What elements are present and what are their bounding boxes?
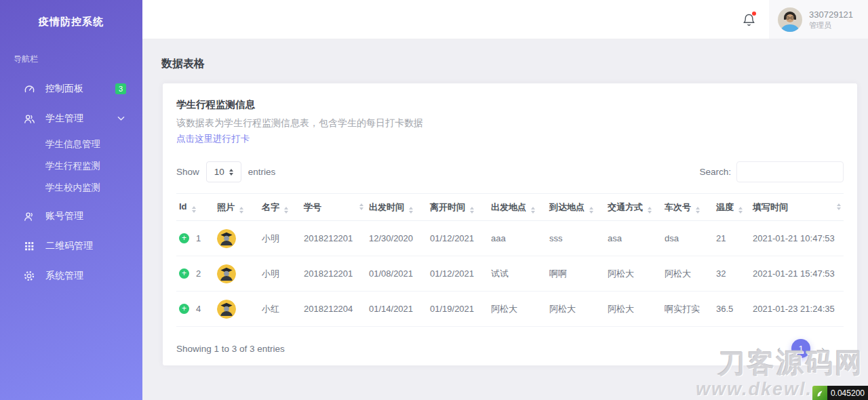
student-photo[interactable] <box>217 300 236 319</box>
cell-leave-date: 01/12/2021 <box>427 221 488 256</box>
cell-filled-at: 2021-01-21 15:47:53 <box>750 256 844 292</box>
sidebar-subitem-student-campus[interactable]: 学生校内监测 <box>0 177 142 199</box>
data-table: Id 照片 名字 学号 出发时间 离开时间 出发地点 到达地点 交通方式 车次号… <box>176 193 844 327</box>
column-header-name[interactable]: 名字 <box>259 194 301 221</box>
page-1-button[interactable]: 1 <box>791 339 810 358</box>
sidebar-item-label: 学生管理 <box>45 113 83 125</box>
card-title: 学生行程监测信息 <box>176 98 844 111</box>
app-title: 疫情防控系统 <box>0 0 142 28</box>
column-header-photo[interactable]: 照片 <box>214 194 259 221</box>
user-profile[interactable]: 330729121 管理员 <box>769 0 868 39</box>
sidebar-item-account-mgmt[interactable]: 账号管理 <box>0 201 142 231</box>
debug-trace-badge[interactable]: 0.045200 <box>812 386 868 400</box>
cell-from: aaa <box>488 221 547 256</box>
notification-dot <box>752 12 756 16</box>
cell-filled-at: 2021-01-23 21:24:35 <box>750 292 844 327</box>
cell-student-no: 2018212204 <box>301 292 366 327</box>
gauge-icon <box>22 82 36 96</box>
data-table-card: 学生行程监测信息 该数据表为学生行程监测信息表，包含学生的每日打卡数据 点击这里… <box>163 83 857 365</box>
nav-section-label: 导航栏 <box>14 54 142 65</box>
user-icon <box>22 209 36 223</box>
table-row: +4 小红 2018212204 01/14/2021 01/19/2021 阿… <box>176 292 844 327</box>
student-photo[interactable] <box>217 229 236 248</box>
cell-name: 小红 <box>259 292 301 327</box>
sidebar-item-student-mgmt[interactable]: 学生管理 <box>0 104 142 134</box>
cell-transport: 阿松大 <box>605 256 662 292</box>
dashboard-badge: 3 <box>115 83 126 94</box>
cell-filled-at: 2021-01-21 10:47:53 <box>750 221 844 256</box>
pagination: ‹ 1 › <box>777 339 825 358</box>
sort-icon <box>284 207 288 214</box>
cell-transport: 阿松大 <box>605 292 662 327</box>
page-size-select[interactable]: 10 <box>206 161 241 182</box>
sort-icon <box>409 207 413 214</box>
avatar <box>778 7 802 32</box>
expand-row-button[interactable]: + <box>179 268 189 279</box>
next-page-button[interactable]: › <box>821 343 825 355</box>
expand-row-button[interactable]: + <box>179 233 189 243</box>
show-label: Show <box>176 167 199 177</box>
sort-icon <box>192 206 196 213</box>
sidebar-subitem-student-info[interactable]: 学生信息管理 <box>0 134 142 155</box>
sort-icon <box>648 207 652 214</box>
column-header-train-no[interactable]: 车次号 <box>662 194 713 221</box>
notification-bell-icon[interactable] <box>742 12 757 28</box>
column-header-temperature[interactable]: 温度 <box>713 194 750 221</box>
sidebar-item-dashboard[interactable]: 控制面板 3 <box>0 74 142 104</box>
leaf-icon <box>812 386 827 400</box>
sort-icon <box>696 207 700 214</box>
prev-page-button[interactable]: ‹ <box>777 343 781 355</box>
table-row: +1 小明 2018212201 12/30/2020 01/12/2021 a… <box>176 221 844 256</box>
sort-icon <box>239 207 243 214</box>
page-title: 数据表格 <box>142 39 868 71</box>
column-header-id[interactable]: Id <box>176 194 214 221</box>
cell-to: 啊啊 <box>547 256 605 292</box>
sort-icon <box>470 207 474 214</box>
cell-id: 1 <box>196 233 201 243</box>
username: 330729121 <box>809 9 853 20</box>
qrcode-grid-icon <box>22 239 36 253</box>
cell-leave-date: 01/12/2021 <box>427 256 488 292</box>
card-description: 该数据表为学生行程监测信息表，包含学生的每日打卡数据 <box>176 117 844 129</box>
search-input[interactable] <box>736 161 844 182</box>
column-header-transport[interactable]: 交通方式 <box>605 194 662 221</box>
column-header-student-no[interactable]: 学号 <box>301 194 366 221</box>
sidebar-subitem-student-trip[interactable]: 学生行程监测 <box>0 155 142 177</box>
cell-temperature: 21 <box>713 221 750 256</box>
main-content: 数据表格 学生行程监测信息 该数据表为学生行程监测信息表，包含学生的每日打卡数据… <box>142 39 868 400</box>
users-icon <box>22 112 36 125</box>
debug-time-text: 0.045200 <box>827 386 868 400</box>
column-header-filled-time[interactable]: 填写时间 <box>750 194 844 221</box>
search-label: Search: <box>699 167 731 177</box>
entries-label: entries <box>248 167 276 177</box>
cell-depart-date: 01/08/2021 <box>366 256 427 292</box>
sidebar-item-label: 二维码管理 <box>45 240 93 252</box>
checkin-link[interactable]: 点击这里进行打卡 <box>176 133 250 145</box>
table-controls: Show 10 entries Search: <box>176 161 844 182</box>
showing-entries-text: Showing 1 to 3 of 3 entries <box>176 344 285 354</box>
sidebar-item-system-mgmt[interactable]: 系统管理 <box>0 261 142 291</box>
cell-transport: asa <box>605 221 662 256</box>
sort-icon <box>531 207 535 214</box>
student-photo[interactable] <box>217 264 236 283</box>
sidebar-item-label: 账号管理 <box>45 210 83 222</box>
cell-to: sss <box>547 221 605 256</box>
cell-train-no: dsa <box>662 221 713 256</box>
expand-row-button[interactable]: + <box>179 304 189 314</box>
sidebar-item-qrcode-mgmt[interactable]: 二维码管理 <box>0 231 142 261</box>
sort-icon <box>589 207 593 214</box>
user-role: 管理员 <box>809 20 853 30</box>
column-header-arrive-place[interactable]: 到达地点 <box>547 194 605 221</box>
gear-icon <box>22 269 36 283</box>
table-row: +2 小明 2018212201 01/08/2021 01/12/2021 试… <box>176 256 844 292</box>
column-header-depart-time[interactable]: 出发时间 <box>366 194 427 221</box>
cell-student-no: 2018212201 <box>301 221 366 256</box>
column-header-depart-place[interactable]: 出发地点 <box>488 194 547 221</box>
sort-icon <box>738 207 743 214</box>
sidebar-item-label: 系统管理 <box>45 270 83 282</box>
column-header-leave-time[interactable]: 离开时间 <box>427 194 488 221</box>
cell-id: 4 <box>196 304 201 314</box>
page-size-value: 10 <box>214 167 224 177</box>
sort-icon <box>359 203 363 210</box>
sidebar-item-label: 控制面板 <box>45 83 83 95</box>
